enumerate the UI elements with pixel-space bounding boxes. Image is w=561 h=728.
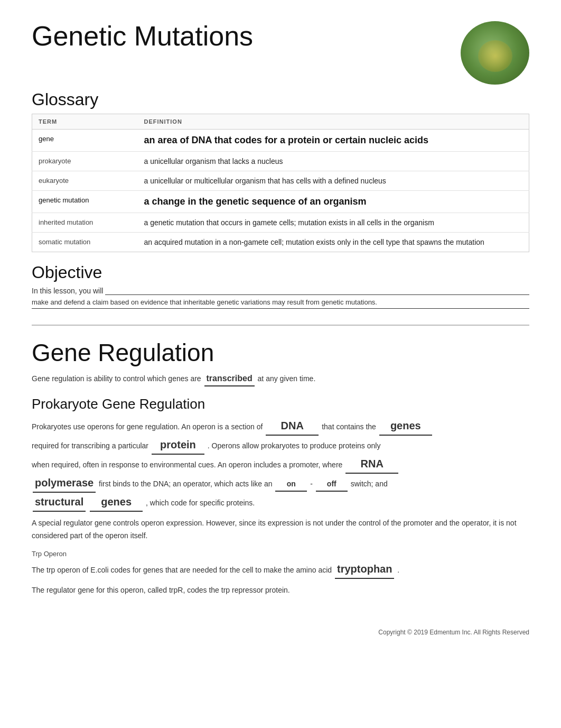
glossary-definition: an area of DNA that codes for a protein …	[138, 130, 529, 152]
trp-before: The trp operon of E.coli codes for genes…	[32, 566, 332, 574]
glossary-term: somatic mutation	[32, 233, 138, 252]
s4-before: first binds to the DNA; an operator, whi…	[99, 480, 272, 488]
genes-fill-2: genes	[90, 493, 143, 512]
s1-mid: that contains the	[322, 422, 376, 431]
section-divider	[32, 325, 529, 326]
footer: Copyright © 2019 Edmentum Inc. All Right…	[32, 629, 529, 636]
s2-after: . Operons allow prokaryotes to produce p…	[208, 441, 381, 450]
intro-before-text: Gene regulation is ability to control wh…	[32, 374, 201, 383]
page-header: Genetic Mutations	[32, 21, 529, 85]
tryptophan-fill: tryptophan	[335, 560, 394, 579]
footer-text: Copyright © 2019 Edmentum Inc. All Right…	[378, 629, 529, 636]
s1-before: Prokaryotes use operons for gene regulat…	[32, 422, 263, 431]
glossary-heading: Glossary	[32, 90, 529, 109]
glossary-term: prokaryote	[32, 152, 138, 171]
prokaryote-heading: Prokaryote Gene Regulation	[32, 396, 529, 412]
dna-fill: DNA	[266, 417, 319, 436]
glossary-term: gene	[32, 130, 138, 152]
trp-after: .	[397, 566, 399, 574]
trp-sentence2: The regulator gene for this operon, call…	[32, 584, 529, 597]
prokaryote-para1: Prokaryotes use operons for gene regulat…	[32, 417, 529, 512]
glossary-term: eukaryote	[32, 171, 138, 191]
objective-heading: Objective	[32, 263, 529, 282]
glossary-term: inherited mutation	[32, 213, 138, 233]
glossary-definition: a change in the genetic sequence of an o…	[138, 191, 529, 213]
glossary-table: TERM DEFINITION genean area of DNA that …	[32, 114, 529, 252]
protein-fill: protein	[152, 436, 204, 455]
page-title: Genetic Mutations	[32, 21, 253, 51]
off-fill: off	[316, 478, 348, 492]
s5-after: , which code for specific proteins.	[146, 499, 255, 507]
glossary-row: inherited mutationa genetic mutation tha…	[32, 213, 529, 233]
header-image	[461, 21, 529, 85]
s3: when required, often in response to envi…	[32, 460, 342, 469]
glossary-definition: a unicellular or multicellular organism …	[138, 171, 529, 191]
col-definition: DEFINITION	[138, 114, 529, 130]
objective-intro-underline	[105, 287, 529, 295]
s2-before: required for transcribing a particular	[32, 441, 148, 450]
glossary-row: prokaryotea unicellular organism that la…	[32, 152, 529, 171]
objective-text: make and defend a claim based on evidenc…	[32, 298, 529, 309]
polymerase-fill: polymerase	[33, 474, 96, 493]
intro-after-text: at any given time.	[258, 374, 316, 383]
structural-fill: structural	[33, 493, 86, 512]
glossary-row: genetic mutationa change in the genetic …	[32, 191, 529, 213]
glossary-definition: a genetic mutation that occurs in gamete…	[138, 213, 529, 233]
glossary-row: eukaryotea unicellular or multicellular …	[32, 171, 529, 191]
gene-regulation-intro: Gene regulation is ability to control wh…	[32, 371, 529, 386]
genes-fill-1: genes	[379, 417, 432, 436]
glossary-row: genean area of DNA that codes for a prot…	[32, 130, 529, 152]
objective-intro-line: In this lesson, you will	[32, 287, 529, 295]
prokaryote-para2: A special regulator gene controls operon…	[32, 517, 529, 542]
glossary-row: somatic mutationan acquired mutation in …	[32, 233, 529, 252]
objective-intro-text: In this lesson, you will	[32, 287, 103, 295]
gene-regulation-title: Gene Regulation	[32, 338, 529, 367]
glossary-definition: a unicellular organism that lacks a nucl…	[138, 152, 529, 171]
trp-para1: The trp operon of E.coli codes for genes…	[32, 560, 529, 579]
col-term: TERM	[32, 114, 138, 130]
rna-fill: RNA	[345, 455, 398, 474]
glossary-term: genetic mutation	[32, 191, 138, 213]
s4-after: switch; and	[351, 480, 388, 488]
on-fill: on	[275, 478, 307, 492]
trp-label: Trp Operon	[32, 550, 529, 558]
objective-section: Objective In this lesson, you will make …	[32, 263, 529, 309]
glossary-definition: an acquired mutation in a non-gamete cel…	[138, 233, 529, 252]
transcribed-fill: transcribed	[204, 371, 255, 386]
